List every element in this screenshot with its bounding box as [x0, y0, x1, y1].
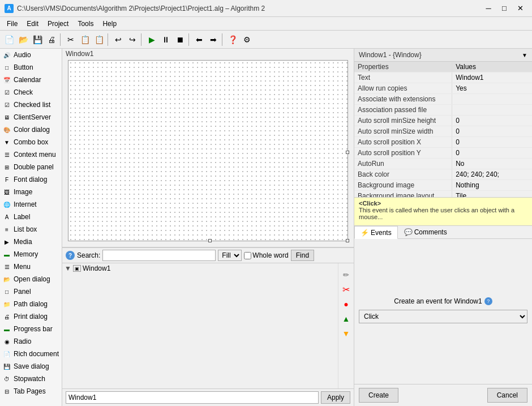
memory-icon: ▬: [2, 250, 11, 259]
tab-comments[interactable]: 💬 Comments: [398, 226, 453, 238]
apply-button[interactable]: Apply: [321, 391, 350, 404]
sidebar-item-path-dialog[interactable]: 📁 Path dialog: [0, 298, 62, 310]
sidebar-item-color-dialog[interactable]: 🎨 Color dialog: [0, 123, 62, 136]
sidebar-item-audio[interactable]: 🔊 Audio: [0, 49, 62, 61]
table-row[interactable]: TextWindow1: [354, 72, 532, 83]
menu-tools[interactable]: Tools: [73, 19, 98, 29]
sidebar-item-panel[interactable]: □ Panel: [0, 285, 62, 298]
sidebar-item-print-dialog[interactable]: 🖨 Print dialog: [0, 310, 62, 323]
toolbar-cut[interactable]: ✂: [64, 33, 78, 46]
prop-value: Window1: [452, 72, 532, 83]
sidebar-item-checked-list[interactable]: ☑ Checked list: [0, 99, 62, 111]
toolbar-pause[interactable]: ⏸: [159, 33, 173, 46]
sidebar-item-list-box[interactable]: ≡ List box: [0, 223, 62, 236]
table-row[interactable]: Back color240; 240; 240;: [354, 169, 532, 180]
canvas-handle-bm[interactable]: [208, 239, 212, 242]
canvas-handle-rm[interactable]: [346, 151, 349, 154]
center-content: Window1 ? Search: Fill Whole word: [62, 49, 354, 406]
sidebar-item-clientserver[interactable]: 🖥 ClientServer: [0, 111, 62, 123]
table-row[interactable]: Auto scroll position Y0: [354, 148, 532, 159]
table-row[interactable]: Auto scroll minSize height0: [354, 116, 532, 126]
tree-content: ▼ ▣ Window1: [62, 263, 338, 388]
event-dropdown[interactable]: Click: [359, 310, 527, 323]
table-row[interactable]: Background imageNothing: [354, 180, 532, 191]
edit-pencil-button[interactable]: ✏: [341, 269, 352, 280]
tree-node-window1[interactable]: ▼ ▣ Window1: [62, 263, 338, 273]
maximize-button[interactable]: □: [497, 2, 512, 15]
sidebar-item-calendar[interactable]: 📅 Calendar: [0, 74, 62, 86]
table-row[interactable]: Association passed file: [354, 105, 532, 116]
find-button[interactable]: Find: [291, 250, 314, 261]
sidebar-item-check[interactable]: ☑ Check: [0, 86, 62, 99]
toolbar-new[interactable]: 📄: [2, 33, 16, 46]
prop-value: 240; 240; 240;: [452, 169, 532, 180]
menu-edit[interactable]: Edit: [22, 19, 43, 29]
progress-bar-icon: ▬: [2, 324, 11, 334]
sidebar-item-button[interactable]: □ Button: [0, 61, 62, 74]
table-row[interactable]: Auto scroll position X0: [354, 137, 532, 148]
toolbar-paste[interactable]: 📋: [92, 33, 106, 46]
sidebar-item-context-menu[interactable]: ☰ Context menu: [0, 148, 62, 161]
sidebar-item-double-panel[interactable]: ⊞ Double panel: [0, 161, 62, 173]
sidebar-item-font-dialog[interactable]: F Font dialog: [0, 173, 62, 186]
table-row[interactable]: Auto scroll minSize width0: [354, 126, 532, 137]
sidebar-item-progress-bar[interactable]: ▬ Progress bar: [0, 323, 62, 335]
create-button[interactable]: Create: [359, 388, 398, 403]
table-row[interactable]: Associate with extensions: [354, 94, 532, 105]
table-row[interactable]: AutoRunNo: [354, 159, 532, 169]
minimize-button[interactable]: ─: [481, 2, 496, 15]
design-area[interactable]: Window1: [62, 49, 354, 247]
sidebar-item-open-dialog[interactable]: 📂 Open dialog: [0, 273, 62, 285]
properties-collapse-icon[interactable]: ▼: [522, 52, 527, 58]
table-row[interactable]: Allow run copiesYes: [354, 83, 532, 94]
toolbar-saveas[interactable]: 🖨: [45, 33, 58, 46]
sidebar-item-save-dialog[interactable]: 💾 Save dialog: [0, 360, 62, 373]
sidebar-item-combo-box[interactable]: ▼ Combo box: [0, 136, 62, 148]
panel-icon: □: [2, 287, 11, 296]
sidebar-item-rich-document[interactable]: 📄 Rich document: [0, 348, 62, 360]
sidebar-item-memory[interactable]: ▬ Memory: [0, 248, 62, 260]
sidebar-item-media[interactable]: ▶ Media: [0, 236, 62, 248]
toolbar-help[interactable]: ❓: [226, 33, 239, 46]
close-button[interactable]: ✕: [513, 2, 527, 15]
sidebar-item-stopwatch[interactable]: ⏱ Stopwatch: [0, 373, 62, 385]
whole-word-checkbox[interactable]: [244, 252, 251, 259]
sidebar-item-internet[interactable]: 🌐 Internet: [0, 198, 62, 211]
delete-scissors-button[interactable]: ✂: [341, 284, 352, 295]
event-help-icon[interactable]: ?: [484, 297, 492, 305]
move-down-button[interactable]: ▼: [341, 328, 352, 339]
menu-icon: ☰: [2, 262, 11, 271]
table-row[interactable]: Background image layoutTile: [354, 191, 532, 198]
toolbar-prev[interactable]: ⬅: [192, 33, 206, 46]
add-circle-button[interactable]: ●: [341, 298, 352, 310]
tab-events[interactable]: ⚡ Events: [354, 226, 398, 239]
toolbar-stop[interactable]: ⏹: [173, 33, 187, 46]
event-area: Create an event for Window1 ? Click: [354, 239, 532, 384]
toolbar-undo[interactable]: ↩: [111, 33, 125, 46]
canvas-handle-br[interactable]: [346, 239, 349, 242]
menu-help[interactable]: Help: [98, 19, 121, 29]
toolbar-next[interactable]: ➡: [207, 33, 220, 46]
sidebar-item-radio[interactable]: ◉ Radio: [0, 335, 62, 348]
search-help-icon[interactable]: ?: [66, 251, 75, 260]
design-canvas[interactable]: [68, 60, 348, 241]
toolbar-run[interactable]: ▶: [145, 33, 158, 46]
tree-expand-icon[interactable]: ▼: [65, 264, 71, 272]
sidebar-item-menu[interactable]: ☰ Menu: [0, 260, 62, 273]
toolbar-open[interactable]: 📂: [16, 33, 30, 46]
sidebar-item-image[interactable]: 🖼 Image: [0, 186, 62, 198]
toolbar-copy[interactable]: 📋: [78, 33, 92, 46]
event-info-tag: <Click>: [359, 200, 527, 207]
move-up-button[interactable]: ▲: [341, 313, 352, 324]
search-dropdown[interactable]: Fill: [218, 250, 242, 261]
toolbar-save[interactable]: 💾: [31, 33, 44, 46]
cancel-button[interactable]: Cancel: [487, 388, 527, 403]
sidebar-item-tab-pages[interactable]: ⊟ Tab Pages: [0, 385, 62, 398]
search-input[interactable]: [102, 250, 216, 261]
menu-file[interactable]: File: [2, 19, 22, 29]
toolbar-settings[interactable]: ⚙: [240, 33, 254, 46]
menu-project[interactable]: Project: [43, 19, 73, 29]
bottom-name-input[interactable]: [66, 391, 319, 404]
toolbar-redo[interactable]: ↪: [126, 33, 139, 46]
sidebar-item-label[interactable]: A Label: [0, 211, 62, 223]
